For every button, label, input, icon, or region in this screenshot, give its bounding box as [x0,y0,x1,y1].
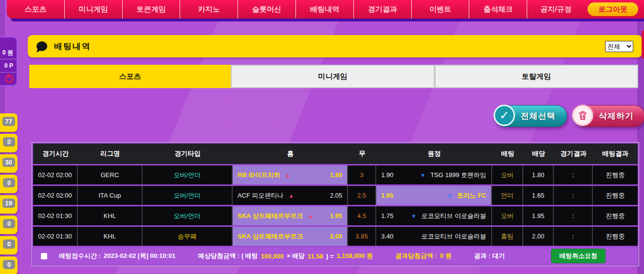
cell-bet-result: 진행중 [593,165,638,184]
col-header: 리그명 [78,144,143,164]
nav-item-slots[interactable]: 슬롯머신 [238,0,296,18]
cell-away: 1.75 ▼로코모티브 야로슬라블 [376,206,492,225]
tab-minigame[interactable]: 미니게임 [231,65,434,88]
count-badge: 0 [3,260,15,269]
trash-icon [572,105,593,126]
col-header: 경기타입 [143,144,233,164]
cell-draw: 2.5 [348,186,376,205]
nav-shadow [11,18,644,21]
cell-bet-result: 진행중 [593,186,638,205]
delete-button[interactable]: 삭제하기 [573,105,644,127]
cell-result: : [554,165,593,184]
col-header: 배당 [523,144,554,164]
tab-totalgame[interactable]: 토탈게임 [435,65,638,88]
cell-league: KHL [78,227,143,246]
col-header: 원정 [376,144,492,164]
sidebar-logout-row[interactable] [0,72,17,85]
cell-bet-result: 진행중 [593,206,638,225]
sidebar-menu-button[interactable]: 0 [0,175,18,193]
col-header: 무 [348,144,376,164]
count-badge: 0 [3,219,15,228]
cell-time: 02-02 01:30 [33,206,78,225]
nav-item-events[interactable]: 이벤트 [412,0,470,18]
select-all-button[interactable]: ✓ 전체선택 [495,105,567,127]
cell-league: ITA Cup [78,186,143,205]
nav-item-bet-history[interactable]: 배팅내역 [296,0,354,18]
nav-item-sports[interactable]: 스포츠 [7,0,65,18]
nav-item-casino[interactable]: 카지노 [180,0,238,18]
sidebar-menu-button[interactable]: 19 [0,195,18,214]
cell-league: KHL [78,206,143,225]
cell-league: GERC [78,165,143,184]
cell-home: ACF 피오렌티나 ▲ 2.05 [233,186,348,205]
nav-item-notice[interactable]: 공지/규정 [527,0,585,18]
received-time: 배팅접수시간 : 2023-02-02 [목] 00:10:01 [59,252,175,260]
count-badge: 0 [3,178,15,187]
col-header: 배팅결과 [593,144,638,164]
expected-winnings: 예상당첨금액 : ( 배팅 100,000 × 배당 11.58 ) = 1,1… [198,252,373,260]
sidebar-balance: 0 원 [0,46,17,59]
count-badge: 77 [2,117,15,126]
count-badge: 19 [2,199,15,208]
filter-select[interactable]: 전체 [605,41,633,52]
table-row: 02-02 02:00 ITA Cup 오버/언더 ACF 피오렌티나 ▲ 2.… [33,186,638,205]
nav-item-minigame[interactable]: 미니게임 [65,0,123,18]
sidebar-menu-button[interactable]: 0 [0,256,18,274]
logout-button[interactable]: 로그아웃 [588,2,638,16]
cell-home-pick: RB 라이프치히 ▲ 1.80 [233,165,348,184]
cell-time: 02-02 02:00 [33,165,78,184]
col-header: 배팅 [492,144,523,164]
top-nav: 스포츠 미니게임 토큰게임 카지노 슬롯머신 배팅내역 경기결과 이벤트 출석체… [7,0,644,18]
cell-result: : [554,186,593,205]
count-badge: 0 [3,239,15,249]
nav-item-attendance[interactable]: 출석체크 [469,0,527,18]
arrow-down-icon: ▼ [411,213,416,219]
edge-decoration [642,31,644,58]
cell-home-pick: SKA 상트페테르부르크 2.00 [233,227,348,246]
nav-item-results[interactable]: 경기결과 [354,0,412,18]
bet-checkbox[interactable] [41,253,47,259]
category-tabs: 스포츠 미니게임 토탈게임 [29,65,638,88]
cell-bet: 언더 [492,186,523,205]
sidebar-menu-button[interactable]: 0 [0,236,18,255]
cell-away-pick: 1.65 ▼토리노 FC [376,186,492,205]
cell-type: 오버/언더 [143,165,233,184]
arrow-down-icon: ▼ [447,193,452,199]
cell-bet: 오버 [492,165,523,184]
arrow-up-icon: ▲ [289,193,294,199]
arrow-up-icon: ▲ [285,172,290,178]
table-row: 02-02 01:30 KHL 오버/언더 SKA 상트페테르부르크 ▲ 1.9… [33,206,638,225]
sidebar-menu-button[interactable]: 77 [0,113,18,132]
sidebar-menu-button[interactable]: 0 [0,216,18,234]
col-header: 경기결과 [554,144,593,164]
sidebar-menu-button[interactable]: 0 [0,134,18,152]
result-status: 결과 : 대기 [474,252,505,260]
count-badge: 0 [3,137,15,146]
cell-draw: 3 [348,165,376,184]
arrow-down-icon: ▼ [420,172,425,178]
check-icon: ✓ [494,105,515,126]
cell-odds: 1.80 [523,165,554,184]
cell-odds: 1.65 [523,186,554,205]
table-header-row: 경기시간 리그명 경기타입 홈 무 원정 배팅 배당 경기결과 배팅결과 [33,144,638,164]
cell-home-pick: SKA 상트페테르부르크 ▲ 1.95 [233,206,348,225]
chat-bubble-icon [37,41,47,51]
sidebar-points: 0 P [0,59,17,72]
table-row: 02-02 01:30 KHL 승무패 SKA 상트페테르부르크 2.00 3.… [33,227,638,246]
cell-result: : [554,206,593,225]
nav-item-tokengame[interactable]: 토큰게임 [123,0,181,18]
cancel-bet-button[interactable]: 배팅취소요청 [551,249,606,263]
sidebar-account-panel: 0 원 0 P [0,37,18,86]
cell-away: 1.90 ▼TSG 1899 호펜하임 [376,165,492,184]
cell-result: : [554,227,593,246]
bet-history-table: 경기시간 리그명 경기타입 홈 무 원정 배팅 배당 경기결과 배팅결과 02-… [32,142,639,266]
cell-time: 02-02 02:00 [33,186,78,205]
cell-time: 02-02 01:30 [33,227,78,246]
tab-sports[interactable]: 스포츠 [29,65,231,88]
page-header: 배팅내역 전체 [28,35,642,57]
col-header: 홈 [233,144,348,164]
bet-summary-row: 배팅접수시간 : 2023-02-02 [목] 00:10:01 예상당첨금액 … [33,247,638,265]
table-row: 02-02 02:00 GERC 오버/언더 RB 라이프치히 ▲ 1.80 3… [33,165,638,184]
cell-bet: 오버 [492,206,523,225]
sidebar-menu-button[interactable]: 30 [0,154,18,173]
